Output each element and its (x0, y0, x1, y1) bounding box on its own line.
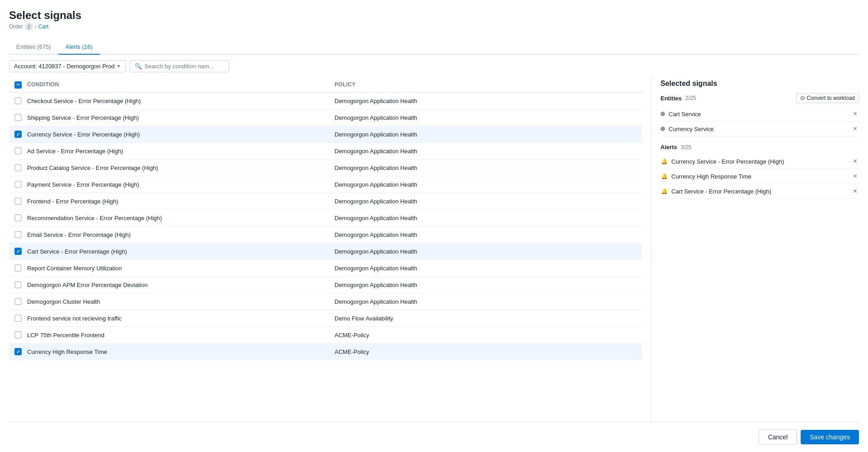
account-label: Account: 4120837 - Demogorgon Prod (14, 63, 115, 70)
table-row[interactable]: Report Container Memory UtilizationDemog… (9, 260, 642, 277)
toolbar: Account: 4120837 - Demogorgon Prod ▼ 🔍 S… (9, 60, 859, 72)
table-row[interactable]: ✓Currency High Response TimeACME-Policy (9, 344, 642, 360)
chevron-down-icon: ▼ (117, 64, 121, 69)
row-checkbox[interactable] (14, 315, 22, 322)
bell-icon: 🔔 (660, 173, 668, 180)
condition-cell: Demogorgon APM Error Percentage Deviatio… (27, 282, 335, 288)
condition-cell: Currency High Response Time (27, 348, 335, 355)
row-checkbox[interactable] (14, 147, 22, 155)
account-select[interactable]: Account: 4120837 - Demogorgon Prod ▼ (9, 60, 126, 72)
entity-item: Currency Service× (660, 122, 859, 137)
select-all-checkbox[interactable]: − (14, 81, 22, 89)
condition-cell: Ad Service - Error Percentage (High) (27, 148, 335, 155)
policy-cell: Demogorgon Application Health (335, 215, 642, 221)
page-header: Select signals Order 2 › Cart (9, 9, 859, 31)
alert-item: 🔔Currency High Response Time× (660, 169, 859, 184)
remove-alert-button[interactable]: × (851, 187, 859, 196)
alerts-count: 3/25 (681, 144, 691, 151)
tab-entities[interactable]: Entities (675) (9, 40, 58, 55)
table-body: Checkout Service - Error Percentage (Hig… (9, 93, 642, 422)
policy-cell: Demogorgon Application Health (335, 181, 642, 188)
workload-icon: ⊙ (800, 95, 805, 101)
remove-entity-button[interactable]: × (851, 124, 859, 133)
alerts-label: Alerts (660, 144, 677, 151)
header-policy: Policy (335, 81, 642, 89)
condition-cell: Checkout Service - Error Percentage (Hig… (27, 98, 335, 104)
condition-cell: Frontend - Error Percentage (High) (27, 198, 335, 205)
check-icon: ✓ (16, 349, 20, 354)
policy-cell: Demogorgon Application Health (335, 148, 642, 155)
entity-dot (660, 127, 665, 131)
policy-cell: Demogorgon Application Health (335, 265, 642, 272)
row-checkbox[interactable] (14, 97, 22, 104)
table-row[interactable]: Email Service - Error Percentage (High)D… (9, 226, 642, 243)
table-row[interactable]: Frontend service not recieving trafficDe… (9, 310, 642, 327)
row-checkbox[interactable] (14, 281, 22, 288)
row-checkbox[interactable] (14, 298, 22, 305)
row-checkbox[interactable]: ✓ (14, 131, 22, 138)
breadcrumb-cart[interactable]: Cart (38, 24, 49, 30)
convert-to-workload-button[interactable]: ⊙ Convert to workload (796, 93, 859, 103)
entity-name: Cart Service (669, 111, 851, 118)
table-row[interactable]: LCP 75th Percentile FrontendACME-Policy (9, 327, 642, 344)
table-row[interactable]: Payment Service - Error Percentage (High… (9, 176, 642, 193)
condition-cell: Shipping Service - Error Percentage (Hig… (27, 114, 335, 121)
condition-cell: Report Container Memory Utilization (27, 265, 335, 272)
table-row[interactable]: Checkout Service - Error Percentage (Hig… (9, 93, 642, 109)
policy-cell: Demogorgon Application Health (335, 114, 642, 121)
breadcrumb: Order 2 › Cart (9, 23, 859, 31)
search-placeholder: Search by condition nam... (145, 63, 214, 70)
header-condition: Condition (27, 81, 335, 89)
row-checkbox[interactable] (14, 331, 22, 339)
table-row[interactable]: Shipping Service - Error Percentage (Hig… (9, 109, 642, 126)
row-checkbox[interactable] (14, 214, 22, 221)
check-icon: ✓ (16, 132, 20, 137)
policy-cell: Demogorgon Application Health (335, 282, 642, 288)
condition-cell: Frontend service not recieving traffic (27, 315, 335, 322)
row-checkbox[interactable] (14, 164, 22, 171)
table-row[interactable]: Demogorgon Cluster HealthDemogorgon Appl… (9, 293, 642, 310)
policy-cell: Demogorgon Application Health (335, 198, 642, 205)
table-row[interactable]: Ad Service - Error Percentage (High)Demo… (9, 143, 642, 160)
policy-cell: ACME-Policy (335, 332, 642, 339)
policy-cell: Demogorgon Application Health (335, 298, 642, 305)
row-checkbox[interactable] (14, 198, 22, 205)
alert-name: Currency Service - Error Percentage (Hig… (671, 158, 851, 165)
table-section: − Condition Policy Checkout Service - Er… (9, 78, 642, 422)
right-panel: Selected signals Entities 2/25 ⊙ Convert… (651, 78, 859, 422)
bell-icon: 🔔 (660, 158, 668, 165)
alert-name: Cart Service - Error Percentage (High) (671, 188, 851, 195)
save-changes-button[interactable]: Save changes (801, 430, 859, 444)
table-row[interactable]: Frontend - Error Percentage (High)Demogo… (9, 193, 642, 210)
row-checkbox[interactable]: ✓ (14, 348, 22, 355)
policy-cell: Demo Flow Availability (335, 315, 642, 322)
condition-cell: Email Service - Error Percentage (High) (27, 231, 335, 238)
table-row[interactable]: Product Catalog Service - Error Percenta… (9, 160, 642, 176)
row-checkbox[interactable] (14, 231, 22, 238)
cancel-button[interactable]: Cancel (759, 429, 797, 445)
policy-cell: Demogorgon Application Health (335, 98, 642, 104)
table-header: − Condition Policy (9, 78, 642, 93)
search-box[interactable]: 🔍 Search by condition nam... (130, 60, 229, 72)
breadcrumb-separator: › (35, 24, 37, 30)
row-checkbox[interactable] (14, 181, 22, 188)
entities-list: Cart Service×Currency Service× (660, 107, 859, 137)
alert-item: 🔔Cart Service - Error Percentage (High)× (660, 184, 859, 199)
remove-alert-button[interactable]: × (851, 172, 859, 181)
table-row[interactable]: Demogorgon APM Error Percentage Deviatio… (9, 277, 642, 293)
row-checkbox[interactable]: ✓ (14, 248, 22, 255)
alerts-header: Alerts 3/25 (660, 144, 859, 151)
row-checkbox[interactable] (14, 264, 22, 272)
alert-item: 🔔Currency Service - Error Percentage (Hi… (660, 154, 859, 169)
alerts-section: Alerts 3/25 🔔Currency Service - Error Pe… (660, 144, 859, 199)
table-row[interactable]: ✓Cart Service - Error Percentage (High)D… (9, 243, 642, 260)
remove-alert-button[interactable]: × (851, 157, 859, 166)
table-row[interactable]: ✓Currency Service - Error Percentage (Hi… (9, 126, 642, 143)
condition-cell: Currency Service - Error Percentage (Hig… (27, 131, 335, 138)
remove-entity-button[interactable]: × (851, 109, 859, 118)
row-checkbox[interactable] (14, 114, 22, 121)
check-icon: ✓ (16, 249, 20, 254)
entities-count: 2/25 (685, 95, 696, 101)
tab-alerts[interactable]: Alerts (16) (58, 40, 100, 55)
table-row[interactable]: Recommendation Service - Error Percentag… (9, 210, 642, 226)
